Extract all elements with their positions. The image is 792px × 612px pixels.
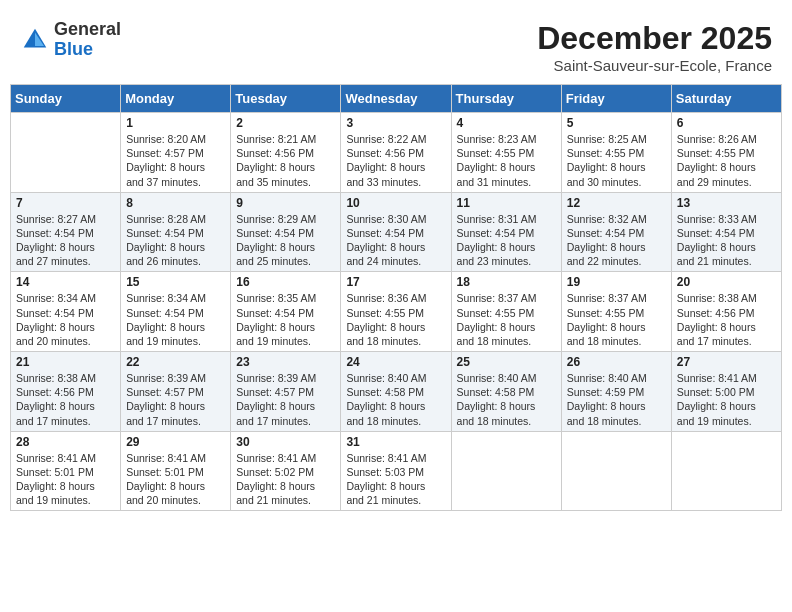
table-row: 15Sunrise: 8:34 AM Sunset: 4:54 PM Dayli… [121, 272, 231, 352]
day-number: 25 [457, 355, 556, 369]
table-row: 8Sunrise: 8:28 AM Sunset: 4:54 PM Daylig… [121, 192, 231, 272]
table-row: 21Sunrise: 8:38 AM Sunset: 4:56 PM Dayli… [11, 352, 121, 432]
day-number: 27 [677, 355, 776, 369]
day-info: Sunrise: 8:27 AM Sunset: 4:54 PM Dayligh… [16, 212, 115, 269]
day-info: Sunrise: 8:41 AM Sunset: 5:03 PM Dayligh… [346, 451, 445, 508]
day-info: Sunrise: 8:25 AM Sunset: 4:55 PM Dayligh… [567, 132, 666, 189]
calendar-header-wednesday: Wednesday [341, 85, 451, 113]
table-row: 9Sunrise: 8:29 AM Sunset: 4:54 PM Daylig… [231, 192, 341, 272]
calendar-week-row: 1Sunrise: 8:20 AM Sunset: 4:57 PM Daylig… [11, 113, 782, 193]
day-number: 15 [126, 275, 225, 289]
day-number: 4 [457, 116, 556, 130]
table-row: 12Sunrise: 8:32 AM Sunset: 4:54 PM Dayli… [561, 192, 671, 272]
table-row: 29Sunrise: 8:41 AM Sunset: 5:01 PM Dayli… [121, 431, 231, 511]
day-info: Sunrise: 8:41 AM Sunset: 5:01 PM Dayligh… [126, 451, 225, 508]
day-number: 5 [567, 116, 666, 130]
day-number: 26 [567, 355, 666, 369]
table-row: 19Sunrise: 8:37 AM Sunset: 4:55 PM Dayli… [561, 272, 671, 352]
table-row: 4Sunrise: 8:23 AM Sunset: 4:55 PM Daylig… [451, 113, 561, 193]
day-info: Sunrise: 8:34 AM Sunset: 4:54 PM Dayligh… [126, 291, 225, 348]
day-number: 29 [126, 435, 225, 449]
day-info: Sunrise: 8:41 AM Sunset: 5:01 PM Dayligh… [16, 451, 115, 508]
table-row: 22Sunrise: 8:39 AM Sunset: 4:57 PM Dayli… [121, 352, 231, 432]
page-header: General Blue December 2025 Saint-Sauveur… [10, 10, 782, 79]
day-info: Sunrise: 8:28 AM Sunset: 4:54 PM Dayligh… [126, 212, 225, 269]
day-info: Sunrise: 8:20 AM Sunset: 4:57 PM Dayligh… [126, 132, 225, 189]
table-row: 27Sunrise: 8:41 AM Sunset: 5:00 PM Dayli… [671, 352, 781, 432]
table-row: 5Sunrise: 8:25 AM Sunset: 4:55 PM Daylig… [561, 113, 671, 193]
day-info: Sunrise: 8:22 AM Sunset: 4:56 PM Dayligh… [346, 132, 445, 189]
table-row: 17Sunrise: 8:36 AM Sunset: 4:55 PM Dayli… [341, 272, 451, 352]
day-info: Sunrise: 8:33 AM Sunset: 4:54 PM Dayligh… [677, 212, 776, 269]
day-info: Sunrise: 8:35 AM Sunset: 4:54 PM Dayligh… [236, 291, 335, 348]
day-number: 22 [126, 355, 225, 369]
day-info: Sunrise: 8:31 AM Sunset: 4:54 PM Dayligh… [457, 212, 556, 269]
day-number: 10 [346, 196, 445, 210]
logo-text: General Blue [54, 20, 121, 60]
day-number: 14 [16, 275, 115, 289]
day-info: Sunrise: 8:37 AM Sunset: 4:55 PM Dayligh… [567, 291, 666, 348]
table-row [671, 431, 781, 511]
calendar-header-sunday: Sunday [11, 85, 121, 113]
table-row: 28Sunrise: 8:41 AM Sunset: 5:01 PM Dayli… [11, 431, 121, 511]
day-info: Sunrise: 8:34 AM Sunset: 4:54 PM Dayligh… [16, 291, 115, 348]
day-number: 2 [236, 116, 335, 130]
day-number: 9 [236, 196, 335, 210]
day-number: 28 [16, 435, 115, 449]
day-info: Sunrise: 8:39 AM Sunset: 4:57 PM Dayligh… [236, 371, 335, 428]
table-row: 31Sunrise: 8:41 AM Sunset: 5:03 PM Dayli… [341, 431, 451, 511]
day-info: Sunrise: 8:39 AM Sunset: 4:57 PM Dayligh… [126, 371, 225, 428]
day-number: 16 [236, 275, 335, 289]
calendar-week-row: 14Sunrise: 8:34 AM Sunset: 4:54 PM Dayli… [11, 272, 782, 352]
day-number: 8 [126, 196, 225, 210]
table-row: 14Sunrise: 8:34 AM Sunset: 4:54 PM Dayli… [11, 272, 121, 352]
day-number: 7 [16, 196, 115, 210]
table-row: 10Sunrise: 8:30 AM Sunset: 4:54 PM Dayli… [341, 192, 451, 272]
table-row: 23Sunrise: 8:39 AM Sunset: 4:57 PM Dayli… [231, 352, 341, 432]
calendar-table: SundayMondayTuesdayWednesdayThursdayFrid… [10, 84, 782, 511]
table-row: 18Sunrise: 8:37 AM Sunset: 4:55 PM Dayli… [451, 272, 561, 352]
table-row: 25Sunrise: 8:40 AM Sunset: 4:58 PM Dayli… [451, 352, 561, 432]
day-number: 11 [457, 196, 556, 210]
day-info: Sunrise: 8:40 AM Sunset: 4:58 PM Dayligh… [346, 371, 445, 428]
calendar-header-tuesday: Tuesday [231, 85, 341, 113]
day-info: Sunrise: 8:23 AM Sunset: 4:55 PM Dayligh… [457, 132, 556, 189]
day-info: Sunrise: 8:26 AM Sunset: 4:55 PM Dayligh… [677, 132, 776, 189]
logo: General Blue [20, 20, 121, 60]
calendar-week-row: 21Sunrise: 8:38 AM Sunset: 4:56 PM Dayli… [11, 352, 782, 432]
day-info: Sunrise: 8:41 AM Sunset: 5:02 PM Dayligh… [236, 451, 335, 508]
calendar-title: December 2025 [537, 20, 772, 57]
calendar-week-row: 28Sunrise: 8:41 AM Sunset: 5:01 PM Dayli… [11, 431, 782, 511]
day-info: Sunrise: 8:40 AM Sunset: 4:59 PM Dayligh… [567, 371, 666, 428]
day-info: Sunrise: 8:21 AM Sunset: 4:56 PM Dayligh… [236, 132, 335, 189]
day-number: 31 [346, 435, 445, 449]
title-block: December 2025 Saint-Sauveur-sur-Ecole, F… [537, 20, 772, 74]
day-number: 3 [346, 116, 445, 130]
day-info: Sunrise: 8:37 AM Sunset: 4:55 PM Dayligh… [457, 291, 556, 348]
day-info: Sunrise: 8:29 AM Sunset: 4:54 PM Dayligh… [236, 212, 335, 269]
day-info: Sunrise: 8:30 AM Sunset: 4:54 PM Dayligh… [346, 212, 445, 269]
day-number: 17 [346, 275, 445, 289]
table-row: 7Sunrise: 8:27 AM Sunset: 4:54 PM Daylig… [11, 192, 121, 272]
day-number: 23 [236, 355, 335, 369]
day-info: Sunrise: 8:36 AM Sunset: 4:55 PM Dayligh… [346, 291, 445, 348]
calendar-header-monday: Monday [121, 85, 231, 113]
table-row: 1Sunrise: 8:20 AM Sunset: 4:57 PM Daylig… [121, 113, 231, 193]
table-row: 30Sunrise: 8:41 AM Sunset: 5:02 PM Dayli… [231, 431, 341, 511]
calendar-week-row: 7Sunrise: 8:27 AM Sunset: 4:54 PM Daylig… [11, 192, 782, 272]
day-number: 19 [567, 275, 666, 289]
day-number: 12 [567, 196, 666, 210]
day-number: 1 [126, 116, 225, 130]
table-row: 16Sunrise: 8:35 AM Sunset: 4:54 PM Dayli… [231, 272, 341, 352]
day-number: 20 [677, 275, 776, 289]
day-number: 24 [346, 355, 445, 369]
day-number: 30 [236, 435, 335, 449]
calendar-header-saturday: Saturday [671, 85, 781, 113]
calendar-header-row: SundayMondayTuesdayWednesdayThursdayFrid… [11, 85, 782, 113]
day-info: Sunrise: 8:41 AM Sunset: 5:00 PM Dayligh… [677, 371, 776, 428]
table-row: 2Sunrise: 8:21 AM Sunset: 4:56 PM Daylig… [231, 113, 341, 193]
logo-icon [20, 25, 50, 55]
calendar-subtitle: Saint-Sauveur-sur-Ecole, France [537, 57, 772, 74]
table-row: 20Sunrise: 8:38 AM Sunset: 4:56 PM Dayli… [671, 272, 781, 352]
day-info: Sunrise: 8:40 AM Sunset: 4:58 PM Dayligh… [457, 371, 556, 428]
